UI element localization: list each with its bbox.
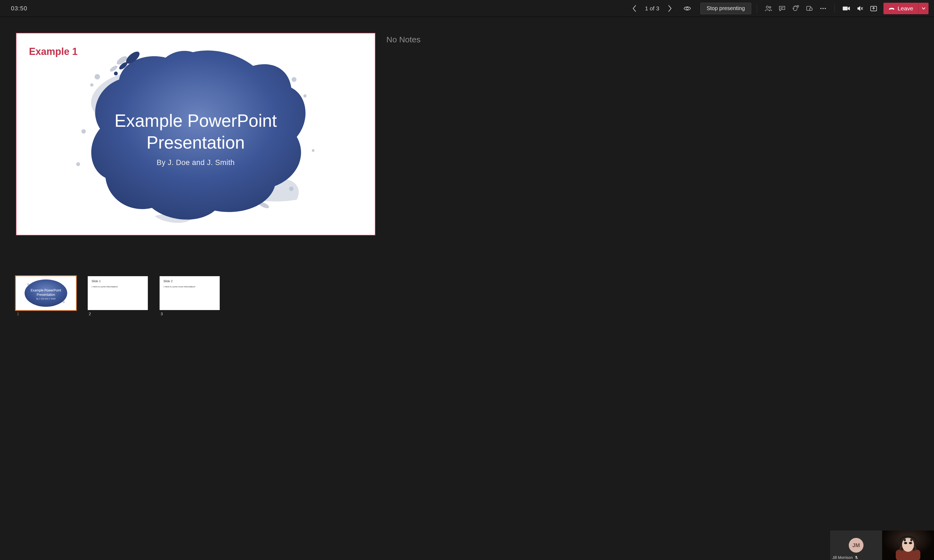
thumb-heading: Slide 2	[163, 280, 216, 283]
svg-point-16	[90, 83, 94, 86]
thumb-bullet: • Here is some more information!	[163, 285, 216, 288]
svg-point-10	[825, 8, 826, 9]
hangup-icon	[888, 6, 895, 11]
chevron-right-icon	[668, 5, 672, 12]
mic-muted-icon	[854, 555, 858, 560]
rooms-button[interactable]	[803, 3, 816, 14]
share-screen-icon	[870, 5, 877, 11]
mic-muted-button[interactable]	[854, 3, 866, 14]
slide-subtitle: By J. Doe and J. Smith	[16, 158, 375, 167]
toolbar-divider	[834, 4, 835, 13]
stop-presenting-label: Stop presenting	[707, 5, 745, 11]
thumb-title: Example PowerPoint Presentation By J. Do…	[16, 288, 76, 300]
slide-title-line1: Example PowerPoint	[16, 110, 375, 132]
svg-point-0	[686, 8, 688, 9]
notes-empty-label: No Notes	[386, 35, 420, 44]
svg-rect-11	[843, 6, 848, 11]
avatar: JM	[849, 538, 863, 552]
participant-name: Jill Morrison	[832, 555, 853, 560]
svg-point-2	[769, 6, 771, 8]
people-button[interactable]	[762, 3, 774, 14]
svg-point-38	[910, 539, 912, 542]
participant-tile-camera[interactable]	[882, 531, 934, 560]
meeting-tools-cluster	[762, 3, 829, 14]
presenter-view-button[interactable]	[681, 3, 693, 14]
ellipsis-icon	[820, 8, 826, 9]
slide-title-line2: Presentation	[16, 132, 375, 154]
thumbnail-3[interactable]: Slide 2 • Here is some more information!	[160, 276, 220, 310]
share-button[interactable]	[868, 3, 880, 14]
toolbar-divider	[757, 4, 757, 13]
speaker-muted-icon	[857, 5, 863, 12]
thumbnail-2[interactable]: Slide 1 • Here is some information!	[88, 276, 148, 310]
svg-point-15	[95, 74, 100, 80]
app-root: 03:50 1 of 3 Stop presenting	[0, 0, 934, 560]
participant-tile-avatar[interactable]: JM Jill Morrison	[830, 531, 882, 560]
call-timer: 03:50	[11, 5, 27, 12]
svg-rect-7	[810, 8, 812, 11]
content-area: Example 1	[0, 17, 934, 560]
next-slide-button[interactable]	[664, 3, 676, 14]
thumbnail-number: 1	[16, 312, 76, 316]
chat-button[interactable]	[776, 3, 788, 14]
raise-hand-icon	[792, 5, 799, 12]
av-cluster	[840, 3, 880, 14]
svg-point-19	[292, 77, 297, 82]
eye-icon	[683, 6, 691, 11]
more-actions-button[interactable]	[817, 3, 829, 14]
svg-point-9	[823, 8, 823, 9]
people-icon	[765, 5, 772, 11]
svg-point-37	[904, 539, 906, 542]
chevron-left-icon	[632, 5, 637, 12]
svg-point-20	[303, 94, 306, 97]
thumb-bullet: • Here is some information!	[92, 285, 144, 288]
svg-point-30	[27, 283, 29, 285]
current-slide[interactable]: Example 1	[16, 33, 375, 235]
reactions-button[interactable]	[790, 3, 802, 14]
chat-icon	[779, 5, 785, 11]
thumbnail-1[interactable]: Example PowerPoint Presentation By J. Do…	[16, 276, 76, 310]
thumbnail-number: 3	[160, 312, 220, 316]
leave-options-button[interactable]	[918, 3, 929, 14]
notes-pane: No Notes	[386, 33, 420, 560]
slide-nav-cluster: 1 of 3	[628, 3, 693, 14]
chevron-down-icon	[922, 7, 926, 10]
slide-title-block: Example PowerPoint Presentation By J. Do…	[16, 110, 375, 167]
svg-point-24	[109, 65, 118, 73]
participant-strip: JM Jill Morrison	[830, 531, 934, 560]
camera-button[interactable]	[840, 3, 852, 14]
thumbnail-strip: Example PowerPoint Presentation By J. Do…	[16, 276, 220, 316]
participant-name-row: Jill Morrison	[830, 555, 882, 560]
svg-point-31	[63, 301, 65, 303]
rooms-icon	[806, 5, 812, 11]
slide-counter: 1 of 3	[644, 5, 660, 12]
camera-icon	[842, 6, 850, 11]
leave-label: Leave	[898, 5, 913, 12]
svg-point-8	[820, 8, 822, 9]
prev-slide-button[interactable]	[628, 3, 640, 14]
stop-presenting-button[interactable]: Stop presenting	[700, 3, 751, 14]
svg-point-1	[766, 6, 768, 8]
leave-button[interactable]: Leave	[883, 3, 918, 14]
camera-person-graphic	[889, 533, 927, 560]
svg-point-28	[114, 72, 118, 75]
leave-group: Leave	[883, 3, 929, 14]
meeting-toolbar: 03:50 1 of 3 Stop presenting	[0, 0, 934, 17]
svg-point-5	[797, 5, 799, 7]
thumbnail-number: 2	[88, 312, 148, 316]
thumb-heading: Slide 1	[92, 280, 144, 283]
